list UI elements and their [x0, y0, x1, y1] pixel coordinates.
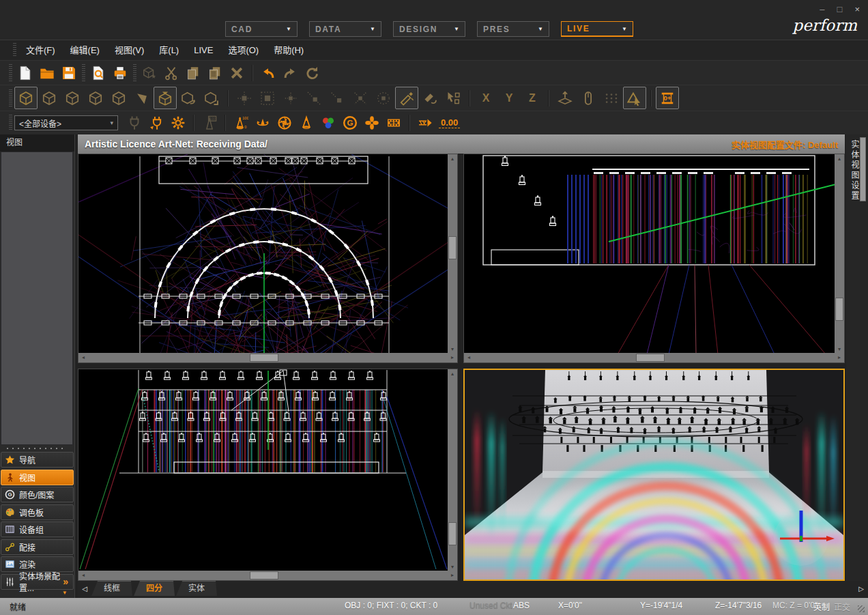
mode-tab-data[interactable]: DATA▼ [309, 21, 381, 37]
chevron-down-icon[interactable]: ▼ [538, 26, 543, 32]
sidebar-more-button[interactable]: » [63, 576, 68, 587]
viewport-side-canvas[interactable] [464, 154, 836, 354]
menu-library[interactable]: 库(L) [151, 40, 186, 60]
chevron-down-icon[interactable]: ▼ [454, 26, 459, 32]
array-move-button[interactable] [233, 87, 256, 109]
scroll-left-arrow[interactable]: ◂ [464, 353, 474, 362]
mode-tab-live[interactable]: LIVE▼ [561, 21, 633, 37]
scroll-thumb[interactable] [636, 354, 665, 362]
scroll-up-arrow[interactable]: ▴ [835, 154, 844, 164]
sidebar-splitter[interactable] [7, 446, 67, 450]
view-side-button[interactable] [107, 87, 130, 109]
scroll-up-arrow[interactable]: ▴ [448, 369, 457, 379]
menu-live[interactable]: LIVE [186, 40, 220, 60]
dmx-value[interactable]: 0.00 [439, 117, 460, 128]
fx-wheel-button[interactable] [361, 113, 383, 133]
vertical-scrollbar[interactable]: ▴ ▾ [448, 154, 457, 354]
chevron-down-icon[interactable]: ▼ [370, 26, 375, 32]
mode-tab-pres[interactable]: PRES▼ [477, 21, 549, 37]
scroll-thumb[interactable] [250, 354, 278, 362]
print-preview-button[interactable] [87, 63, 109, 83]
scroll-thumb[interactable] [835, 298, 843, 321]
scroll-up-arrow[interactable]: ▴ [448, 154, 457, 164]
cross-array-button[interactable] [349, 87, 372, 109]
chevron-down-icon[interactable]: ▾ [110, 119, 113, 126]
sidebar-item-color-gobo[interactable]: 颜色/图案 [1, 487, 74, 502]
vertical-scrollbar[interactable]: ▴ ▾ [835, 154, 844, 354]
scroll-track[interactable] [448, 379, 457, 562]
beam-button[interactable] [295, 113, 317, 133]
color-mix-button[interactable] [317, 113, 339, 133]
status-units[interactable]: 英制 [813, 601, 830, 612]
media-button[interactable] [383, 113, 405, 133]
live-settings-button[interactable] [167, 113, 189, 133]
scroll-right-arrow[interactable]: ▸ [448, 571, 457, 580]
view-iso-button[interactable] [14, 87, 38, 109]
axis-x-button[interactable]: X [474, 87, 497, 109]
scroll-track[interactable] [88, 353, 448, 362]
delete-button[interactable] [226, 63, 248, 83]
scroll-track[interactable] [88, 571, 448, 580]
device-filter-select[interactable]: <全部设备> ▾ [14, 115, 118, 130]
scroll-track[interactable] [448, 164, 457, 345]
sidebar-item-patch[interactable]: 配接 [1, 539, 74, 555]
menu-view[interactable]: 视图(V) [107, 40, 151, 60]
chevron-down-icon[interactable]: ▼ [286, 26, 291, 32]
scroll-right-arrow[interactable]: ▸ [448, 353, 457, 362]
maximize-button[interactable]: □ [837, 4, 843, 14]
scroll-thumb[interactable] [448, 236, 457, 259]
mode-tab-cad[interactable]: CAD▼ [225, 21, 298, 37]
scroll-track[interactable] [835, 164, 844, 345]
scroll-thumb[interactable] [250, 571, 278, 580]
status-abs-mode[interactable]: ABS [513, 601, 530, 610]
open-button[interactable] [36, 63, 58, 83]
menu-edit[interactable]: 编辑(E) [63, 40, 107, 60]
sidebar-more-arrow[interactable]: ▾ [63, 589, 66, 596]
elevation-button[interactable] [553, 87, 577, 109]
scroll-thumb[interactable] [448, 522, 457, 545]
menu-options[interactable]: 选项(O) [220, 40, 266, 60]
orbit-view-button[interactable] [177, 87, 200, 109]
repeat-button[interactable] [301, 63, 323, 83]
viewport-shaded-canvas[interactable] [465, 370, 843, 580]
horizontal-scrollbar[interactable]: ◂ ▸ [78, 353, 457, 362]
select-objects-button[interactable] [442, 87, 465, 109]
cut-button[interactable] [160, 63, 182, 83]
horizontal-scrollbar[interactable]: ◂ ▸ [78, 571, 457, 580]
pyramid-select-button[interactable] [623, 87, 646, 109]
view-top-button[interactable] [61, 87, 84, 109]
nudge-button[interactable] [279, 87, 302, 109]
sidebar-item-views[interactable]: 视图 [1, 470, 74, 485]
tab-wireframe[interactable]: 线框 [91, 581, 132, 596]
copy-button[interactable] [182, 63, 204, 83]
view-shaded-button[interactable] [130, 87, 154, 109]
print-button[interactable] [109, 63, 131, 83]
fixture-tool-button[interactable] [395, 87, 418, 109]
axis-z-button[interactable]: Z [521, 87, 544, 109]
live-output-button[interactable] [145, 113, 167, 133]
tab-quad[interactable]: 四分 [134, 581, 175, 596]
iris-button[interactable] [274, 113, 295, 133]
right-strip-scrollbar[interactable] [860, 137, 866, 201]
minimize-button[interactable]: – [820, 4, 824, 14]
grid-snap-button[interactable] [600, 87, 623, 109]
tab-shaded[interactable]: 实体 [176, 581, 217, 596]
mouse-mode-button[interactable] [577, 87, 600, 109]
scroll-left-arrow[interactable]: ◂ [78, 571, 88, 580]
menu-file[interactable]: 文件(F) [18, 40, 63, 60]
vertical-scrollbar[interactable]: ▴ ▾ [448, 369, 457, 572]
sidebar-item-device-groups[interactable]: 设备组 [1, 521, 74, 537]
plug-button[interactable] [124, 113, 145, 133]
pan-view-button[interactable] [200, 87, 223, 109]
axis-y-button[interactable]: Y [497, 87, 521, 109]
scroll-track[interactable] [474, 353, 835, 362]
tab-scroll-left[interactable]: ◁ [78, 581, 91, 597]
shaded-view-profile-label[interactable]: 实体视图配置文件: Default [732, 138, 838, 151]
close-button[interactable]: × [854, 4, 860, 14]
hook-tool-button[interactable] [418, 87, 442, 109]
paste-button[interactable] [204, 63, 226, 83]
views-list-panel[interactable] [1, 152, 73, 445]
diag-array-button[interactable] [302, 87, 326, 109]
pan-tilt-button[interactable] [252, 113, 274, 133]
shaded-view-settings-tab[interactable]: 实体视图设置 [849, 140, 860, 201]
